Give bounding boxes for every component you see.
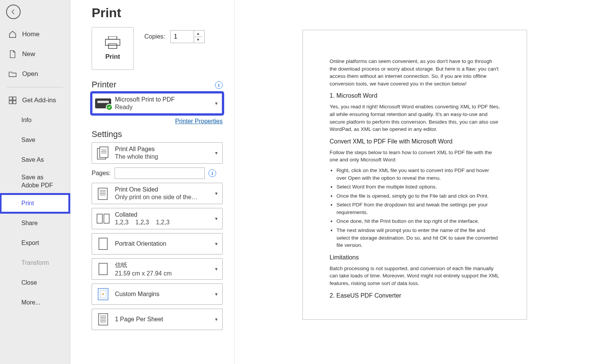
svg-rect-12 <box>98 188 107 200</box>
pages-icon <box>95 145 111 161</box>
sidebar-item-label: Get Add-ins <box>22 97 56 104</box>
preview-text: Follow the steps below to learn how to c… <box>330 149 500 164</box>
preview-text: Online platforms can seem convenient, as… <box>330 58 500 87</box>
svg-rect-2 <box>9 101 12 104</box>
collate-selector[interactable]: Collated 1,2,31,2,31,2,3 ▼ <box>92 208 223 229</box>
printer-properties-link[interactable]: Printer Properties <box>175 118 223 124</box>
document-icon <box>8 50 17 58</box>
printer-selector[interactable]: Microsoft Print to PDF Ready ▼ <box>92 93 223 114</box>
copies-spinner[interactable]: ▲ ▼ <box>170 30 205 43</box>
sidebar-item-label: New <box>22 50 35 58</box>
preview-text: Yes, you read it right! Microsoft Word e… <box>330 103 500 133</box>
folder-open-icon <box>8 70 17 78</box>
svg-rect-3 <box>13 101 16 104</box>
printer-status: Ready <box>115 104 209 111</box>
sidebar-item-transform[interactable]: Transform <box>0 253 70 273</box>
preview-list-item: Right, click on the XML file you want to… <box>336 167 500 182</box>
home-icon <box>8 30 17 39</box>
chevron-down-icon: ▼ <box>213 267 220 271</box>
svg-rect-19 <box>99 238 107 250</box>
printer-icon <box>105 36 121 49</box>
sidebar-item-save[interactable]: Save <box>0 130 70 150</box>
printer-info-icon[interactable]: i <box>215 81 223 89</box>
back-button[interactable] <box>6 5 21 19</box>
chevron-down-icon: ▼ <box>213 101 220 106</box>
chevron-down-icon: ▼ <box>213 292 220 296</box>
preview-page: Online platforms can seem convenient, as… <box>302 30 527 320</box>
preview-list-item: Once the file is opened, simply go to th… <box>336 192 500 200</box>
backstage-sidebar: Home New Open Get Add-ins Info Save Save… <box>0 0 70 364</box>
sidebar-item-home[interactable]: Home <box>0 24 70 44</box>
svg-rect-4 <box>108 36 117 39</box>
print-button[interactable]: Print <box>92 27 134 70</box>
sidebar-item-close[interactable]: Close <box>0 273 70 293</box>
svg-rect-20 <box>99 263 107 275</box>
sidebar-item-saveas[interactable]: Save As <box>0 150 70 170</box>
svg-rect-8 <box>100 147 108 158</box>
preview-heading: Convert XML to PDF File with Microsoft W… <box>330 137 500 146</box>
sidebar-item-new[interactable]: New <box>0 44 70 64</box>
copies-down[interactable]: ▼ <box>194 37 202 43</box>
sidebar-item-label: Print <box>21 200 34 207</box>
pages-input[interactable] <box>115 168 205 179</box>
paper-icon <box>95 261 111 277</box>
sidebar-item-label: Info <box>21 117 32 124</box>
preview-list-item: Once done, hit the Print button on the t… <box>336 217 500 225</box>
svg-rect-0 <box>9 97 12 100</box>
svg-rect-17 <box>97 214 102 223</box>
portrait-icon <box>95 236 111 252</box>
sidebar-item-open[interactable]: Open <box>0 64 70 84</box>
chevron-down-icon: ▼ <box>213 242 220 246</box>
check-icon <box>106 104 113 111</box>
sidebar-item-label: Save as Adobe PDF <box>21 174 61 190</box>
sidebar-item-label: Share <box>21 220 38 227</box>
sided-selector[interactable]: Print One Sided Only print on one side o… <box>92 183 223 204</box>
svg-rect-6 <box>108 44 117 48</box>
preview-heading: 2. EaseUS PDF Converter <box>330 291 500 300</box>
pages-per-sheet-selector[interactable]: 1 Page Per Sheet ▼ <box>92 309 223 330</box>
preview-list: Right, click on the XML file you want to… <box>330 167 500 249</box>
addins-icon <box>8 96 17 105</box>
print-button-label: Print <box>105 53 120 61</box>
sidebar-item-label: Save As <box>21 156 44 163</box>
chevron-down-icon: ▼ <box>213 216 220 221</box>
sidebar-item-label: Transform <box>21 259 49 266</box>
preview-list-item: Select PDF from the dropdown list and tw… <box>336 201 500 216</box>
arrow-left-icon <box>10 8 17 15</box>
orientation-selector[interactable]: Portrait Orientation ▼ <box>92 233 223 254</box>
sidebar-item-save-adobe-pdf[interactable]: Save as Adobe PDF <box>0 170 70 193</box>
svg-point-23 <box>102 293 104 295</box>
one-sided-icon <box>95 185 111 201</box>
margins-icon <box>95 286 111 302</box>
collate-icon <box>95 211 111 227</box>
svg-rect-18 <box>104 214 109 223</box>
printer-name: Microsoft Print to PDF <box>115 96 209 103</box>
print-preview-area: Online platforms can seem convenient, as… <box>234 0 595 364</box>
print-range-selector[interactable]: Print All Pages The whole thing ▼ <box>92 142 223 164</box>
paper-size-selector[interactable]: 信纸 21.59 cm x 27.94 cm ▼ <box>92 258 223 280</box>
margins-selector[interactable]: Custom Margins ▼ <box>92 283 223 305</box>
sidebar-item-label: Save <box>21 137 35 143</box>
settings-section-title: Settings <box>92 129 223 139</box>
preview-heading: 1. Microsoft Word <box>330 91 500 100</box>
sidebar-item-export[interactable]: Export <box>0 233 70 253</box>
preview-list-item: The next window will prompt you to enter… <box>336 227 500 249</box>
sidebar-item-label: Home <box>22 31 39 38</box>
sidebar-item-label: Open <box>22 70 38 78</box>
svg-rect-5 <box>105 39 120 45</box>
sidebar-item-share[interactable]: Share <box>0 213 70 233</box>
svg-rect-1 <box>13 97 16 100</box>
sidebar-item-more[interactable]: More... <box>0 293 70 312</box>
copies-up[interactable]: ▲ <box>194 31 202 37</box>
pages-info-icon[interactable]: i <box>209 169 216 177</box>
svg-rect-24 <box>99 314 108 325</box>
preview-heading: Limitations <box>330 253 500 262</box>
pages-per-sheet-icon <box>95 311 111 327</box>
page-title: Print <box>92 5 223 20</box>
sidebar-item-label: Export <box>21 240 39 246</box>
copies-input[interactable] <box>171 31 194 43</box>
sidebar-item-addins[interactable]: Get Add-ins <box>0 90 70 110</box>
sidebar-item-label: More... <box>21 299 40 306</box>
sidebar-item-info[interactable]: Info <box>0 110 70 130</box>
sidebar-item-print[interactable]: Print <box>0 193 70 213</box>
